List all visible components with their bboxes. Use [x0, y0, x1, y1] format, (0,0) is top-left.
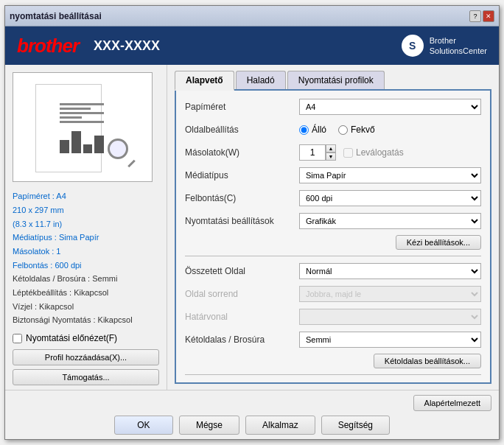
info-ketoldalas: Kétoldalas / Brosúra : Semmi	[13, 272, 159, 286]
elonezet-checkbox[interactable]	[13, 334, 22, 343]
masolatok-label: Másolatok(W)	[185, 147, 299, 158]
oldal-sorrend-select[interactable]: Jobbra, majd le	[299, 286, 481, 302]
title-bar-controls: ? ✕	[469, 10, 494, 22]
spinner-buttons: ▲ ▼	[326, 144, 336, 161]
kezi-row: Kézi beállítások...	[185, 235, 481, 250]
bottom-buttons: OK Mégse Alkalmaz Segítség	[13, 416, 491, 435]
tamogatas-button[interactable]: Támogatás...	[13, 369, 159, 385]
nyomtatasi-beallitasok-select[interactable]: Grafikák Szöveg Kézi	[299, 213, 481, 229]
brother-logo: brother	[17, 35, 79, 57]
hatarvonal-select[interactable]	[299, 309, 481, 325]
masolatok-input[interactable]	[299, 144, 326, 161]
elonezet-label: Nyomtatási előnézet(F)	[26, 333, 117, 343]
elonezet-row: Nyomtatási előnézet(F)	[13, 333, 159, 343]
logo-area: brother XXX-XXXX	[17, 35, 160, 57]
felbontas-control: 600 dpi 1200 dpi	[299, 190, 481, 206]
left-panel: Papíméret : A4 210 x 297 mm (8.3 x 11.7 …	[5, 65, 167, 390]
alapertelmezett-button[interactable]: Alapértelmezett	[413, 395, 491, 411]
alkalmaz-button[interactable]: Alkalmaz	[245, 416, 315, 435]
preview-line-1	[60, 103, 104, 105]
papirforras-section-row: Papírforrás(C)	[185, 381, 481, 384]
fekvo-radio-item: Fekvő	[338, 125, 375, 135]
kezi-beallitasok-button[interactable]: Kézi beállítások...	[396, 235, 481, 250]
oldal-sorrend-label: Oldal sorrend	[185, 289, 299, 299]
hatarvonal-label: Határvonal	[185, 312, 299, 322]
chart-bar-3	[83, 144, 93, 153]
levalogatás-checkbox[interactable]	[343, 148, 353, 158]
info-section: Papíméret : A4 210 x 297 mm (8.3 x 11.7 …	[13, 189, 159, 327]
papimeret-select[interactable]: A4 A3 Letter	[299, 99, 481, 115]
alapertelmezett-row: Alapértelmezett	[13, 395, 491, 411]
levalogatás-label: Leválogatás	[356, 147, 404, 158]
oldal-sorrend-row: Oldal sorrend Jobbra, majd le	[185, 285, 481, 303]
preview-line-3	[60, 112, 104, 114]
info-papimeret: Papíméret : A4	[13, 189, 159, 203]
hatarvonal-control	[299, 309, 481, 325]
masolatok-control: ▲ ▼ Leválogatás	[299, 144, 481, 161]
preview-line-4	[60, 116, 82, 119]
preview-page	[35, 84, 102, 172]
divider-2	[185, 374, 481, 375]
osszetett-oldal-control: Normál 2 az 1-ben	[299, 263, 481, 279]
help-button[interactable]: ?	[469, 10, 481, 22]
main-content: Papíméret : A4 210 x 297 mm (8.3 x 11.7 …	[5, 65, 499, 390]
divider-1	[185, 256, 481, 256]
nyomtatasi-beallitasok-row: Nyomtatási beállítások Grafikák Szöveg K…	[185, 212, 481, 230]
tab-nyomtatasi-profilok[interactable]: Nyomtatási profilok	[287, 71, 385, 89]
bottom-area: Alapértelmezett OK Mégse Alkalmaz Segíts…	[5, 390, 499, 439]
masolatok-row: Másolatok(W) ▲ ▼ Leválogatás	[185, 144, 481, 161]
ketoldalas-beallitasok-button[interactable]: Kétoldalas beállítások...	[374, 354, 481, 368]
preview-line-5	[60, 121, 104, 123]
ketoldalas-btn-row: Kétoldalas beállítások...	[185, 354, 481, 368]
chart-bar-2	[71, 131, 81, 153]
tab-halado[interactable]: Haladó	[236, 71, 286, 89]
info-mediatipus: Médiatípus : Sima Papír	[13, 231, 159, 245]
preview-lines	[60, 103, 104, 125]
osszetett-oldal-select[interactable]: Normál 2 az 1-ben	[299, 263, 481, 279]
printer-model: XXX-XXXX	[94, 38, 160, 54]
solutions-icon: S	[402, 35, 424, 57]
print-preview-area	[13, 72, 153, 182]
tabs: Alapvető Haladó Nyomtatási profilok	[175, 71, 491, 91]
masolatok-spinner: ▲ ▼	[299, 144, 336, 161]
nyomtatasi-beallitasok-control: Grafikák Szöveg Kézi	[299, 213, 481, 229]
info-masolatok: Másolatok : 1	[13, 245, 159, 259]
felbontas-label: Felbontás(C)	[185, 193, 299, 203]
osszetett-oldal-row: Összetett Oldal Normál 2 az 1-ben	[185, 262, 481, 280]
fekvo-label: Fekvő	[351, 125, 375, 135]
mediatipus-select[interactable]: Sima Papír Vékony Papír	[299, 167, 481, 183]
mediatipus-label: Médiatípus	[185, 170, 299, 181]
close-button[interactable]: ✕	[483, 10, 494, 22]
ketoldalas-control: Semmi Kétoldalas	[299, 332, 481, 348]
profil-hozzaadasa-button[interactable]: Profil hozzáadása(X)...	[13, 349, 159, 365]
tab-alapveto[interactable]: Alapvető	[175, 71, 234, 91]
preview-line-2	[60, 108, 91, 110]
papimeret-label: Papíméret	[185, 102, 299, 112]
ok-button[interactable]: OK	[114, 416, 173, 435]
allo-radio[interactable]	[299, 125, 309, 135]
solutions-text: Brother SolutionsCenter	[430, 35, 487, 57]
segitseg-button[interactable]: Segítség	[321, 416, 390, 435]
title-bar: nyomtatási beállításai ? ✕	[5, 6, 499, 27]
oldalbeallitas-row: Oldalbeállítás Álló Fekvő	[185, 121, 481, 139]
felbontas-row: Felbontás(C) 600 dpi 1200 dpi	[185, 189, 481, 207]
megse-button[interactable]: Mégse	[179, 416, 239, 435]
oldalbeallitas-label: Oldalbeállítás	[185, 125, 299, 135]
right-panel: Alapvető Haladó Nyomtatási profilok Papí…	[167, 65, 499, 390]
solutions-center[interactable]: S Brother SolutionsCenter	[402, 35, 487, 57]
oldalbeallitas-control: Álló Fekvő	[299, 125, 481, 135]
info-felbontas: Felbontás : 600 dpi	[13, 259, 159, 273]
ketoldalas-label: Kétoldalas / Brosúra	[185, 334, 299, 345]
hatarvonal-row: Határvonal	[185, 308, 481, 326]
fekvo-radio[interactable]	[338, 125, 348, 135]
spinner-down[interactable]: ▼	[326, 153, 336, 161]
oldal-sorrend-control: Jobbra, majd le	[299, 286, 481, 302]
info-dimensions-inches: (8.3 x 11.7 in)	[13, 217, 159, 231]
allo-radio-item: Álló	[299, 125, 326, 135]
ketoldalas-select[interactable]: Semmi Kétoldalas	[299, 332, 481, 348]
mediatipus-row: Médiatípus Sima Papír Vékony Papír	[185, 167, 481, 184]
spinner-up[interactable]: ▲	[326, 144, 336, 153]
felbontas-select[interactable]: 600 dpi 1200 dpi	[299, 190, 481, 206]
papimeret-row: Papíméret A4 A3 Letter	[185, 98, 481, 116]
nyomtatasi-beallitasok-label: Nyomtatási beállítások	[185, 216, 299, 226]
